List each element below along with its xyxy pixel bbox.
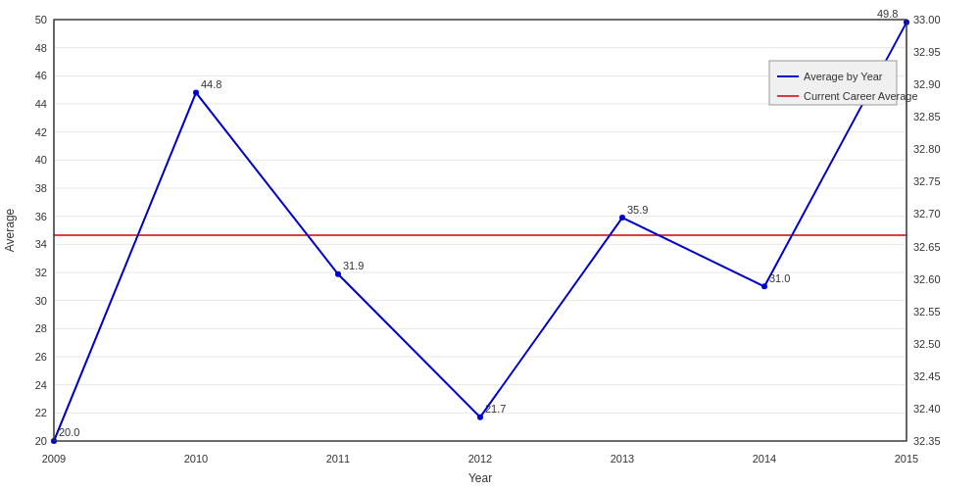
svg-text:24: 24 <box>35 379 47 391</box>
svg-text:32.95: 32.95 <box>913 46 941 58</box>
svg-text:2012: 2012 <box>468 453 492 465</box>
svg-text:36: 36 <box>35 211 47 222</box>
svg-text:32.35: 32.35 <box>913 435 941 447</box>
svg-text:2010: 2010 <box>184 453 208 465</box>
svg-text:32.60: 32.60 <box>913 273 941 285</box>
label-2015: 49.8 <box>877 8 898 20</box>
svg-text:46: 46 <box>35 70 47 81</box>
svg-text:2015: 2015 <box>895 453 918 465</box>
svg-text:2014: 2014 <box>753 453 776 465</box>
svg-text:32.50: 32.50 <box>913 338 941 350</box>
label-2012: 21.7 <box>485 403 506 415</box>
svg-text:32.45: 32.45 <box>913 370 941 382</box>
chart-svg: 50 48 46 44 42 40 38 36 34 <box>0 0 980 490</box>
svg-text:32.80: 32.80 <box>913 143 941 155</box>
svg-text:32.70: 32.70 <box>913 208 941 220</box>
svg-point-54 <box>193 90 199 96</box>
svg-text:32.85: 32.85 <box>913 111 941 122</box>
svg-text:2009: 2009 <box>42 453 66 465</box>
svg-text:32.40: 32.40 <box>913 403 941 415</box>
svg-text:34: 34 <box>35 238 47 250</box>
label-2009: 20.0 <box>59 426 79 438</box>
legend-career-label: Current Career Average <box>804 90 918 102</box>
svg-text:38: 38 <box>35 182 47 194</box>
svg-text:32.90: 32.90 <box>913 78 941 90</box>
svg-point-56 <box>477 415 483 420</box>
y-axis-left-label: Average <box>3 208 17 252</box>
svg-text:32: 32 <box>35 267 47 278</box>
svg-text:28: 28 <box>35 322 47 334</box>
svg-point-55 <box>335 271 341 277</box>
label-2011: 31.9 <box>343 260 364 271</box>
svg-text:20: 20 <box>35 435 47 447</box>
x-axis-label: Year <box>468 471 492 485</box>
svg-text:33.00: 33.00 <box>913 14 941 25</box>
svg-text:26: 26 <box>35 351 47 363</box>
chart-container: 50 48 46 44 42 40 38 36 34 <box>0 0 980 490</box>
svg-text:48: 48 <box>35 42 47 54</box>
svg-text:30: 30 <box>35 295 47 307</box>
svg-text:2013: 2013 <box>611 453 634 465</box>
right-y-axis-labels: 33.00 32.95 32.90 32.85 32.80 32.75 32.7… <box>913 14 941 447</box>
svg-text:32.65: 32.65 <box>913 241 941 253</box>
svg-text:22: 22 <box>35 407 47 418</box>
legend-avg-label: Average by Year <box>804 71 883 82</box>
label-2010: 44.8 <box>201 78 221 90</box>
svg-text:42: 42 <box>35 126 47 138</box>
svg-point-58 <box>761 283 767 289</box>
svg-text:32.75: 32.75 <box>913 175 941 187</box>
svg-text:2011: 2011 <box>326 453 350 465</box>
label-2013: 35.9 <box>627 204 648 216</box>
svg-text:44: 44 <box>35 98 47 110</box>
label-2014: 31.0 <box>769 272 790 284</box>
x-axis-labels: 2009 2010 2011 2012 2013 2014 2015 <box>42 453 918 465</box>
svg-text:40: 40 <box>35 154 47 166</box>
svg-text:50: 50 <box>35 14 47 25</box>
svg-point-57 <box>619 215 625 220</box>
svg-text:32.55: 32.55 <box>913 306 941 318</box>
